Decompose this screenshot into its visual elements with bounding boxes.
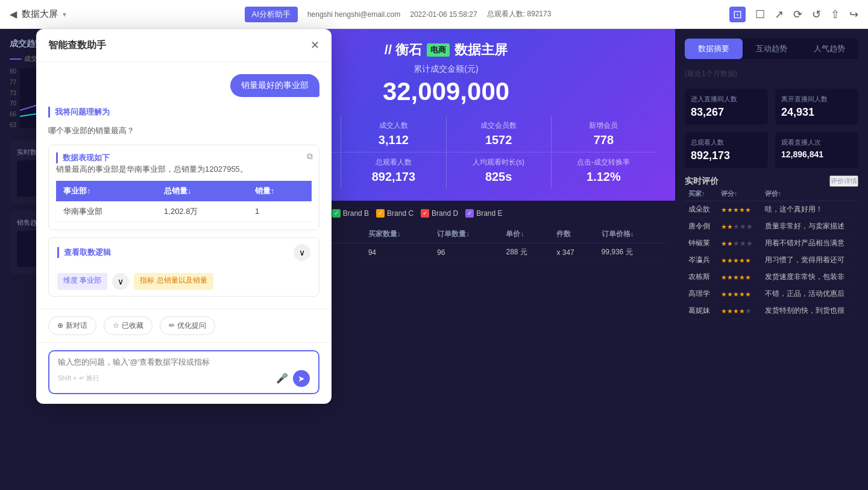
connect-icon[interactable]: ⟳ [793, 8, 802, 21]
check-brand-c[interactable]: ✓ [376, 209, 385, 218]
reviews-col-buyer: 买家↑ [685, 187, 717, 201]
refresh-icon[interactable]: ↺ [812, 8, 821, 21]
reviews-table: 买家↑ 评分↑ 评价↑ 成朵歆 ★★★★★ 哇，这个真好用！ 唐令倒 ★★★★★… [685, 187, 858, 319]
new-chat-button[interactable]: ⊕ 新对话 [48, 316, 96, 335]
review-detail-button[interactable]: 评价详情 [829, 175, 858, 187]
back-button[interactable]: ◀ [10, 8, 17, 20]
check-brand-b[interactable]: ✓ [332, 209, 341, 218]
result-col-rank: 销量↑ [248, 181, 312, 201]
review-buyer: 钟椒莱 [685, 235, 717, 252]
metric-total-viewers: 总观看人数 892,173 [685, 132, 768, 168]
topbar-center: AI分析助手 hengshi hengshi@email.com 2022-01… [66, 7, 729, 22]
stat-conversion: 点击-成交转换率 1.12% [552, 152, 656, 189]
review-row: 钟椒莱 ★★★★★ 用着不错对产品相当满意 [685, 235, 858, 252]
y-axis: 807773706663 [10, 68, 16, 128]
metric-views: 观看直播人次 12,896,841 [775, 132, 858, 168]
review-buyer: 葛妮妹 [685, 303, 717, 319]
ai-assistant-button[interactable]: AI分析助手 [245, 7, 298, 22]
send-button[interactable]: ➤ [293, 370, 310, 387]
cell-price: 288 元 [501, 243, 552, 262]
copy-button[interactable]: ⧉ [307, 151, 313, 162]
export-icon[interactable]: ⇧ [831, 8, 840, 21]
input-hint: Shift + ↵ 换行 [58, 374, 99, 383]
col-total: 订单价格↓ [597, 225, 665, 243]
check-brand-d[interactable]: ✓ [421, 209, 429, 218]
review-row: 葛妮妹 ★★★★★ 发货特别的快，到货也很 [685, 303, 858, 319]
input-icons: 🎤 ➤ [276, 370, 310, 387]
review-stars: ★★★★★ [717, 201, 761, 218]
stat-new-members: 新增会员 778 [552, 116, 656, 152]
check-brand-e[interactable]: ✓ [465, 209, 474, 218]
review-row: 岑瀛兵 ★★★★★ 用习惯了，觉得用着还可 [685, 252, 858, 269]
mobile-view-icon[interactable]: ☐ [755, 8, 765, 21]
cell-orders: 96 [432, 243, 501, 262]
tab-popularity[interactable]: 人气趋势 [800, 39, 858, 59]
input-box: Shift + ↵ 换行 🎤 ➤ [48, 350, 319, 394]
optimize-button[interactable]: ✏ 优化提问 [160, 316, 215, 335]
optimize-icon: ✏ [169, 321, 175, 330]
logic-section: 查看取数逻辑 ∨ 维度 事业部 ∨ 指标 总销量以及销量 [48, 237, 319, 297]
cell-count: x 347 [552, 243, 596, 262]
cell-total: 99,936 元 [597, 243, 665, 262]
review-row: 农栋斯 ★★★★★ 发货速度非常快，包装非 [685, 269, 858, 286]
filter-brand-e[interactable]: ✓ Brand E [465, 209, 502, 218]
review-row: 唐令倒 ★★★★★ 质量非常好，与卖家描述 [685, 218, 858, 235]
metrics-grid: 进入直播间人数 83,267 离开直播间人数 24,931 总观看人数 892,… [685, 89, 858, 168]
close-dialog-button[interactable]: ✕ [310, 39, 319, 52]
saved-icon: ☆ [113, 321, 119, 330]
dialog-title: 智能查数助手 [48, 39, 106, 52]
open-icon[interactable]: ↪ [849, 8, 858, 21]
dialog-actions: ⊕ 新对话 ☆ 已收藏 ✏ 优化提问 [36, 309, 332, 342]
review-text: 哇，这个真好用！ [761, 201, 858, 218]
review-text: 质量非常好，与卖家描述 [761, 218, 858, 235]
review-stars: ★★★★★ [717, 303, 761, 319]
cell-buyers: 94 [363, 243, 432, 262]
understanding-title: 我将问题理解为 [48, 107, 319, 118]
desktop-view-icon[interactable]: ⊡ [729, 7, 746, 22]
review-text: 用着不错对产品相当满意 [761, 235, 858, 252]
col-price: 单价↓ [501, 225, 552, 243]
tab-interaction[interactable]: 互动趋势 [743, 39, 800, 59]
reviews-section: 实时评价 评价详情 买家↑ 评分↑ 评价↑ 成朵歆 ★★★★★ 哇，这个真好用！… [685, 175, 858, 319]
reviews-col-text: 评价↑ [761, 187, 858, 201]
review-row: 成朵歆 ★★★★★ 哇，这个真好用！ [685, 201, 858, 218]
dialog-header: 智能查数助手 ✕ [36, 29, 332, 62]
chat-input[interactable] [58, 357, 310, 366]
saved-button[interactable]: ☆ 已收藏 [104, 316, 153, 335]
filter-brand-b[interactable]: ✓ Brand B [332, 209, 369, 218]
understanding-text: 哪个事业部的销量最高？ [48, 125, 319, 137]
topbar-user: hengshi hengshi@email.com [307, 10, 400, 19]
topbar-viewers: 总观看人数: 892173 [487, 9, 552, 19]
col-buyers: 买家数量↓ [363, 225, 432, 243]
result-col-total: 总销量↓ [157, 181, 248, 201]
data-period: (最近1个月数据) [685, 69, 858, 79]
review-stars: ★★★★★ [717, 235, 761, 252]
dialog-body: 销量最好的事业部 我将问题理解为 哪个事业部的销量最高？ 数据表现如下 ⧉ 销量… [36, 62, 332, 309]
tag-dimension: 维度 事业部 [57, 273, 107, 290]
review-stars: ★★★★★ [717, 218, 761, 235]
review-buyer: 农栋斯 [685, 269, 717, 286]
data-summary: 销量最高的事业部是华南事业部，总销量为12027955。 [56, 163, 312, 176]
result-row: 华南事业部 1,202.8万 1 [56, 201, 312, 222]
review-stars: ★★★★★ [717, 286, 761, 303]
expand-logic-button[interactable]: ∨ [294, 244, 310, 261]
col-count: 件数 [552, 225, 596, 243]
col-orders: 订单数量↓ [432, 225, 501, 243]
expand-dimension-button[interactable]: ∨ [112, 273, 129, 290]
logic-header[interactable]: 查看取数逻辑 ∨ [49, 238, 319, 267]
stat-avg-duration: 人均观看时长(s) 825s [447, 152, 552, 189]
input-footer: Shift + ↵ 换行 🎤 ➤ [58, 370, 310, 387]
review-buyer: 成朵歆 [685, 201, 717, 218]
ai-response: 我将问题理解为 哪个事业部的销量最高？ 数据表现如下 ⧉ 销量最高的事业部是华南… [48, 107, 319, 297]
filter-brand-d[interactable]: ✓ Brand D [421, 209, 458, 218]
review-text: 不错，正品，活动优惠后 [761, 286, 858, 303]
filter-brand-c[interactable]: ✓ Brand C [376, 209, 414, 218]
review-text: 用习惯了，觉得用着还可 [761, 252, 858, 269]
review-row: 高璟学 ★★★★★ 不错，正品，活动优惠后 [685, 286, 858, 303]
page-title: 数据大屏 [22, 8, 58, 20]
tab-summary[interactable]: 数据摘要 [685, 39, 743, 59]
share-link-icon[interactable]: ↗ [775, 8, 784, 21]
tab-row: 数据摘要 互动趋势 人气趋势 [685, 39, 858, 59]
review-buyer: 高璟学 [685, 286, 717, 303]
mic-button[interactable]: 🎤 [276, 370, 288, 387]
